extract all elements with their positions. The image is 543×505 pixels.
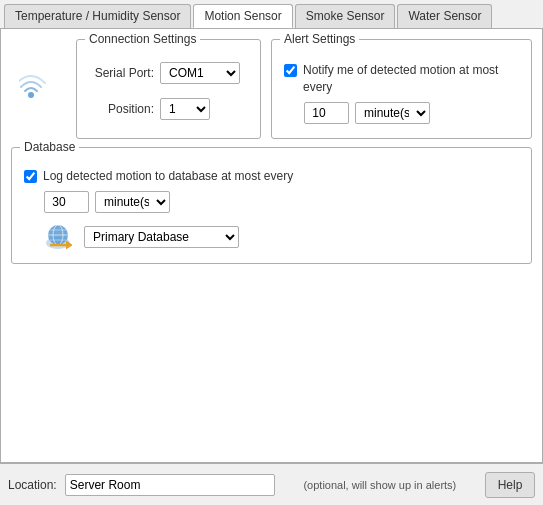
db-checkbox[interactable]: [24, 170, 37, 183]
tab-smoke[interactable]: Smoke Sensor: [295, 4, 396, 28]
alert-checkbox-row: Notify me of detected motion at most eve…: [284, 62, 519, 96]
content-area: Connection Settings Serial Port: COM1 CO…: [0, 29, 543, 463]
top-row: Connection Settings Serial Port: COM1 CO…: [11, 39, 532, 139]
main-container: Temperature / Humidity Sensor Motion Sen…: [0, 0, 543, 505]
optional-text: (optional, will show up in alerts): [283, 479, 477, 491]
location-label: Location:: [8, 478, 57, 492]
serial-port-select[interactable]: COM1 COM2 COM3 COM4: [160, 62, 240, 84]
position-label: Position:: [89, 102, 154, 116]
location-input[interactable]: [65, 474, 275, 496]
serial-port-row: Serial Port: COM1 COM2 COM3 COM4: [89, 62, 248, 84]
connection-settings-title: Connection Settings: [85, 32, 200, 46]
alert-settings-group: Alert Settings Notify me of detected mot…: [271, 39, 532, 139]
tab-bar: Temperature / Humidity Sensor Motion Sen…: [0, 0, 543, 29]
serial-port-label: Serial Port:: [89, 66, 154, 80]
spacer: [11, 272, 532, 452]
tab-motion[interactable]: Motion Sensor: [193, 4, 292, 28]
db-icon-row: Primary Database Secondary Database: [44, 221, 519, 253]
tab-temp[interactable]: Temperature / Humidity Sensor: [4, 4, 191, 28]
alert-unit-select[interactable]: minute(s) hour(s): [355, 102, 430, 124]
db-checkbox-row: Log detected motion to database at most …: [24, 168, 519, 185]
alert-checkbox[interactable]: [284, 64, 297, 77]
svg-point-0: [28, 92, 34, 98]
connection-settings-group: Connection Settings Serial Port: COM1 CO…: [76, 39, 261, 139]
tab-water[interactable]: Water Sensor: [397, 4, 492, 28]
db-checkbox-label: Log detected motion to database at most …: [43, 168, 293, 185]
motion-sensor-icon: [19, 69, 59, 109]
database-title: Database: [20, 140, 79, 154]
icon-area: [11, 39, 66, 139]
alert-interval-input[interactable]: [304, 102, 349, 124]
db-source-select[interactable]: Primary Database Secondary Database: [84, 226, 239, 248]
alert-settings-title: Alert Settings: [280, 32, 359, 46]
db-unit-select[interactable]: minute(s) hour(s): [95, 191, 170, 213]
database-icon: [44, 221, 76, 253]
database-group: Database Log detected motion to database…: [11, 147, 532, 264]
alert-checkbox-label: Notify me of detected motion at most eve…: [303, 62, 519, 96]
alert-interval-row: minute(s) hour(s): [304, 102, 519, 124]
help-button[interactable]: Help: [485, 472, 535, 498]
bottom-bar: Location: (optional, will show up in ale…: [0, 463, 543, 505]
db-interval-row: minute(s) hour(s): [44, 191, 519, 213]
position-row: Position: 1 2 3 4: [89, 98, 248, 120]
position-select[interactable]: 1 2 3 4: [160, 98, 210, 120]
db-interval-input[interactable]: [44, 191, 89, 213]
